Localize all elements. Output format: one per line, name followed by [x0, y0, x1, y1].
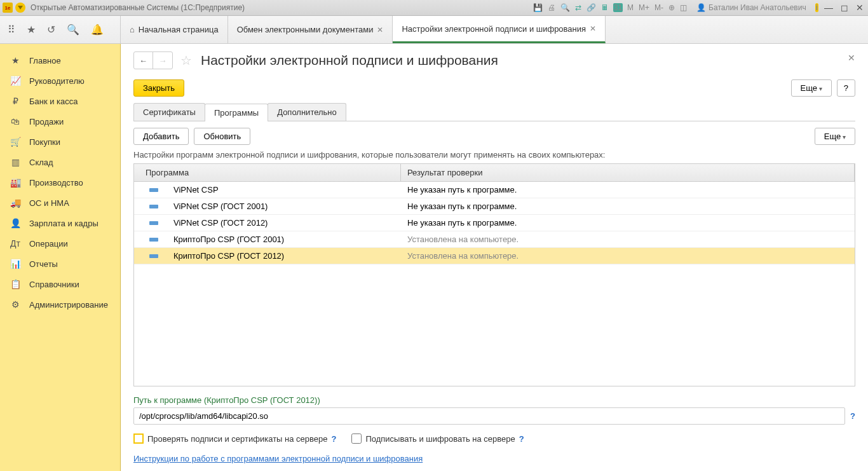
table-row[interactable]: ViPNet CSP (ГОСТ 2001)Не указан путь к п… [134, 198, 855, 215]
svg-marker-0 [18, 6, 23, 10]
instructions-row: Инструкции по работе с программами элект… [133, 454, 855, 463]
sidebar-icon: 🏭 [9, 177, 22, 188]
check-result: Установлена на компьютере. [401, 248, 855, 264]
sidebar-item-10[interactable]: 📊Отчеты [0, 254, 120, 274]
add-button[interactable]: Добавить [133, 128, 189, 145]
window-title: Открытые Автоматизированные Системы (1С:… [31, 3, 532, 12]
sidebar-icon: 🛒 [9, 137, 22, 147]
info-icon[interactable]: i [815, 3, 818, 12]
print-icon[interactable]: 🖨 [547, 3, 556, 12]
sidebar-icon: ₽ [9, 96, 22, 106]
tab-close-icon[interactable]: ✕ [590, 24, 596, 33]
col-program[interactable]: Программа [134, 164, 401, 181]
sidebar-item-0[interactable]: ★Главное [0, 50, 120, 71]
path-help-link[interactable]: ? [850, 411, 855, 421]
tab-1[interactable]: Обмен электронными документами✕ [228, 16, 393, 43]
sign-checkbox-label[interactable]: Подписывать и шифровать на сервере ? [351, 433, 524, 444]
tab-close-icon[interactable]: ✕ [377, 25, 383, 34]
sidebar-icon: 🛍 [9, 116, 22, 126]
table-row[interactable]: КриптоПро CSP (ГОСТ 2012)Установлена на … [134, 248, 855, 264]
row-icon [149, 254, 158, 258]
forward-button[interactable]: → [153, 52, 172, 69]
sidebar-label: Склад [29, 158, 53, 167]
verify-checkbox-label[interactable]: Проверять подписи и сертификаты на серве… [133, 433, 336, 444]
programs-grid: Программа Результат проверки ViPNet CSPН… [133, 163, 855, 386]
calculator-icon[interactable]: 🖩 [600, 3, 609, 12]
instructions-link[interactable]: Инструкции по работе с программами элект… [133, 454, 423, 463]
program-name: ViPNet CSP (ГОСТ 2012) [173, 218, 268, 228]
app-menu-dropdown[interactable] [15, 3, 25, 13]
sidebar-item-5[interactable]: ▥Склад [0, 152, 120, 172]
sidebar-item-7[interactable]: 🚚ОС и НМА [0, 193, 120, 213]
panel-icon[interactable]: ◫ [679, 3, 688, 12]
sidebar-label: Производство [29, 178, 83, 188]
table-more-button[interactable]: Еще [815, 128, 855, 145]
history-icon[interactable]: ↺ [47, 24, 55, 36]
sidebar-item-3[interactable]: 🛍Продажи [0, 111, 120, 132]
sidebar-item-4[interactable]: 🛒Покупки [0, 132, 120, 152]
close-button[interactable]: Закрыть [133, 79, 184, 97]
sidebar-item-9[interactable]: ДтОперации [0, 233, 120, 254]
main-toolbar: ⠿ ★ ↺ 🔍 🔔 ⌂Начальная страницаОбмен элект… [0, 16, 868, 44]
m-minus-button[interactable]: M- [654, 3, 664, 12]
col-result[interactable]: Результат проверки [401, 164, 855, 181]
sidebar-item-1[interactable]: 📈Руководителю [0, 71, 120, 91]
favorite-icon[interactable]: ★ [27, 24, 36, 36]
preview-icon[interactable]: 🔍 [560, 3, 571, 12]
sidebar-label: Руководителю [29, 76, 85, 86]
close-window-button[interactable]: ✕ [854, 3, 865, 13]
sidebar-icon: 👤 [9, 218, 22, 228]
sign-checkbox[interactable] [351, 433, 362, 444]
table-row[interactable]: КриптоПро CSP (ГОСТ 2001)Установлена на … [134, 231, 855, 248]
verify-checkbox[interactable] [133, 433, 144, 444]
save-icon[interactable]: 💾 [532, 3, 543, 12]
sidebar-item-11[interactable]: 📋Справочники [0, 274, 120, 294]
table-row[interactable]: ViPNet CSPНе указан путь к программе. [134, 182, 855, 198]
back-button[interactable]: ← [134, 52, 153, 69]
m-button[interactable]: M [627, 3, 634, 12]
bell-icon[interactable]: 🔔 [91, 24, 104, 36]
favorite-star-icon[interactable]: ☆ [180, 53, 192, 68]
row-icon [149, 221, 158, 225]
subtab-0[interactable]: Сертификаты [133, 103, 205, 121]
refresh-button[interactable]: Обновить [194, 128, 250, 145]
check-options: Проверять подписи и сертификаты на серве… [133, 433, 855, 444]
close-page-button[interactable]: ✕ [848, 53, 855, 63]
titlebar-actions: 💾 🖨 🔍 ⇄ 🔗 🖩 31 M M+ M- ⊕ ◫ 👤Баталин Иван… [532, 3, 818, 12]
calendar-icon[interactable]: 31 [613, 3, 623, 12]
sidebar-item-8[interactable]: 👤Зарплата и кадры [0, 213, 120, 233]
sidebar-label: ОС и НМА [29, 198, 69, 208]
sign-help-link[interactable]: ? [519, 434, 524, 444]
apps-grid-icon[interactable]: ⠿ [8, 24, 15, 36]
verify-help-link[interactable]: ? [331, 434, 336, 444]
program-name: ViPNet CSP (ГОСТ 2001) [173, 201, 268, 211]
app-logo-icon: 1e [3, 3, 13, 13]
sidebar-label: Отчеты [29, 259, 58, 269]
sidebar-label: Администрирование [29, 300, 108, 310]
zoom-icon[interactable]: ⊕ [668, 3, 675, 12]
maximize-button[interactable]: ◻ [839, 3, 850, 13]
subtab-1[interactable]: Программы [205, 104, 268, 121]
sidebar-item-2[interactable]: ₽Банк и касса [0, 91, 120, 111]
tab-0[interactable]: ⌂Начальная страница [121, 16, 228, 43]
help-button[interactable]: ? [837, 79, 855, 97]
compare-icon[interactable]: ⇄ [574, 3, 582, 12]
search-icon[interactable]: 🔍 [67, 24, 79, 36]
current-user[interactable]: 👤Баталин Иван Анатольевич [695, 3, 808, 12]
link-icon[interactable]: 🔗 [586, 3, 597, 12]
sidebar-item-12[interactable]: ⚙Администрирование [0, 294, 120, 315]
tab-label: Настройки электронной подписи и шифрован… [402, 24, 586, 34]
minimize-button[interactable]: — [822, 3, 835, 13]
user-icon: 👤 [696, 3, 707, 12]
subtab-2[interactable]: Дополнительно [268, 103, 346, 121]
sidebar-item-6[interactable]: 🏭Производство [0, 172, 120, 193]
tab-label: Начальная страница [139, 25, 219, 34]
sidebar-icon: 📋 [9, 279, 22, 289]
table-row[interactable]: ViPNet CSP (ГОСТ 2012)Не указан путь к п… [134, 215, 855, 231]
m-plus-button[interactable]: M+ [638, 3, 650, 12]
tab-2[interactable]: Настройки электронной подписи и шифрован… [393, 16, 606, 43]
more-button[interactable]: Еще [791, 79, 832, 97]
path-input[interactable] [133, 407, 845, 425]
sidebar-label: Операции [29, 239, 68, 249]
check-result: Не указан путь к программе. [401, 198, 855, 214]
